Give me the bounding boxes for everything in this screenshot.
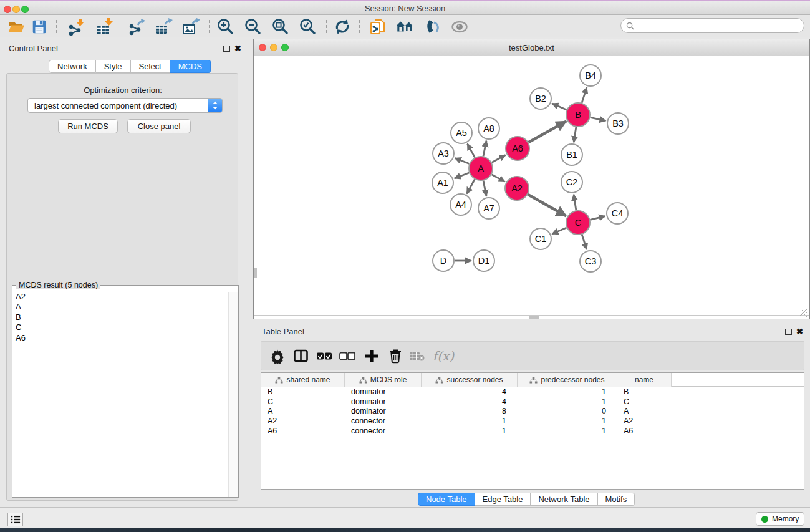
network-vscroll-thumb[interactable] (254, 268, 257, 278)
graph-edge[interactable] (591, 117, 606, 120)
table-row[interactable]: Adominator80A (261, 407, 804, 417)
zoom-selected-icon[interactable] (298, 17, 318, 37)
clone-network-icon[interactable] (368, 17, 388, 37)
network-hscroll-thumb[interactable] (529, 316, 539, 319)
table-cell: A2 (617, 417, 672, 425)
search-input[interactable] (637, 20, 799, 31)
graph-edge[interactable] (528, 195, 566, 216)
table-panel-close-icon[interactable]: ✖ (796, 328, 803, 336)
column-type-icon (275, 377, 283, 384)
table-cell: C (617, 397, 672, 406)
graph-edge[interactable] (574, 195, 576, 210)
mcds-result-item[interactable]: A6 (13, 333, 229, 343)
column-type-icon (435, 377, 443, 384)
graph-edge[interactable] (468, 144, 475, 158)
tab-motifs[interactable]: Motifs (598, 493, 635, 506)
table-cell: 8 (422, 407, 518, 415)
tab-edge-table[interactable]: Edge Table (475, 493, 531, 506)
status-bar: Memory (0, 507, 810, 528)
optimization-select[interactable]: largest connected component (directed) (27, 98, 223, 113)
graph-edge[interactable] (483, 141, 486, 157)
tab-mcds[interactable]: MCDS (170, 60, 211, 73)
graph-edge[interactable] (582, 87, 587, 103)
settings-gear-icon[interactable] (269, 347, 286, 365)
memory-button[interactable]: Memory (756, 512, 804, 526)
mcds-result-item[interactable]: A2 (13, 292, 229, 302)
task-history-button[interactable] (7, 513, 23, 526)
zoom-in-icon[interactable] (216, 17, 236, 37)
show-graphics-details-icon[interactable] (450, 17, 470, 37)
import-table-icon[interactable] (95, 17, 115, 37)
import-network-icon[interactable] (65, 17, 85, 37)
control-panel-close-icon[interactable]: ✖ (234, 45, 241, 52)
graph-edge[interactable] (492, 155, 506, 162)
graph-node-label: C4 (612, 208, 624, 218)
table-row[interactable]: A6connector11A6 (261, 426, 804, 436)
mcds-result-scrollbar[interactable] (228, 292, 238, 497)
open-session-icon[interactable] (6, 17, 26, 37)
graph-edge[interactable] (455, 158, 470, 163)
table-panel-float-icon[interactable] (785, 329, 792, 335)
deselect-all-icon[interactable] (339, 347, 356, 365)
delete-table-icon[interactable] (408, 347, 426, 365)
mcds-result-item[interactable]: C (13, 322, 229, 332)
save-session-icon[interactable] (29, 17, 49, 37)
graph-edge[interactable] (552, 228, 566, 234)
control-panel-tabs: Network Style Select MCDS (49, 60, 211, 73)
hide-graphics-details-icon[interactable] (423, 17, 443, 37)
table-row[interactable]: Bdominator41B (261, 387, 804, 397)
tab-network[interactable]: Network (49, 60, 96, 73)
network-canvas[interactable]: B4B2BB3A5A8A6A3B1AA1C2A2A4A7C4CC1DD1C3 (254, 56, 809, 316)
column-header-label: name (635, 375, 653, 384)
select-all-icon[interactable] (316, 347, 333, 365)
tab-style[interactable]: Style (96, 60, 131, 73)
control-panel-float-icon[interactable] (223, 46, 230, 52)
graph-edge[interactable] (582, 235, 587, 249)
close-panel-button[interactable]: Close panel (127, 119, 191, 133)
graph-edge[interactable] (492, 175, 505, 182)
column-header[interactable]: MCDS role (345, 373, 422, 387)
export-table-icon[interactable] (153, 17, 173, 37)
refresh-layout-icon[interactable] (332, 17, 352, 37)
column-chooser-icon[interactable] (292, 347, 309, 365)
table-panel-title: Table Panel (262, 327, 304, 336)
export-image-icon[interactable] (181, 17, 201, 37)
graph-edge[interactable] (455, 173, 470, 178)
tab-network-table[interactable]: Network Table (531, 493, 597, 506)
export-network-icon[interactable] (127, 17, 147, 37)
table-row[interactable]: Cdominator41C (261, 397, 804, 407)
table-cell: A6 (617, 427, 672, 435)
graph-edge[interactable] (574, 127, 576, 142)
graph-edge[interactable] (552, 104, 566, 110)
delete-column-icon[interactable] (387, 347, 404, 365)
mcds-result-item[interactable]: A (13, 302, 229, 312)
table-header-row: shared nameMCDS rolesuccessor nodesprede… (261, 373, 804, 387)
column-header[interactable]: name (617, 373, 672, 387)
graph-node-label: A2 (511, 183, 523, 193)
graph-node-label: A3 (438, 148, 449, 158)
mcds-result-item[interactable]: B (13, 312, 229, 322)
zoom-fit-icon[interactable] (271, 17, 291, 37)
graph-edge[interactable] (467, 180, 475, 194)
column-header[interactable]: successor nodes (422, 373, 518, 387)
table-cell: 4 (422, 387, 518, 396)
tab-select[interactable]: Select (131, 60, 170, 73)
table-cell: 0 (518, 407, 617, 415)
zoom-out-icon[interactable] (243, 17, 263, 37)
network-window-titlebar[interactable]: testGlobe.txt (254, 39, 809, 56)
home-view-icon[interactable] (395, 17, 415, 37)
column-header[interactable]: predecessor nodes (518, 373, 617, 387)
column-header[interactable]: shared name (261, 373, 345, 387)
table-row[interactable]: A2connector11A2 (261, 416, 804, 426)
graph-edge[interactable] (483, 181, 486, 196)
tab-node-table[interactable]: Node Table (418, 493, 475, 506)
add-column-icon[interactable] (363, 347, 380, 365)
graph-edge[interactable] (528, 122, 566, 143)
toolbar-separator (56, 19, 57, 34)
search-field[interactable] (620, 18, 804, 33)
graph-edge[interactable] (590, 216, 605, 220)
network-resize-grip[interactable] (800, 309, 808, 317)
dropdown-stepper[interactable] (208, 99, 222, 112)
table-cell: 1 (422, 427, 518, 435)
run-mcds-button[interactable]: Run MCDS (58, 119, 118, 133)
